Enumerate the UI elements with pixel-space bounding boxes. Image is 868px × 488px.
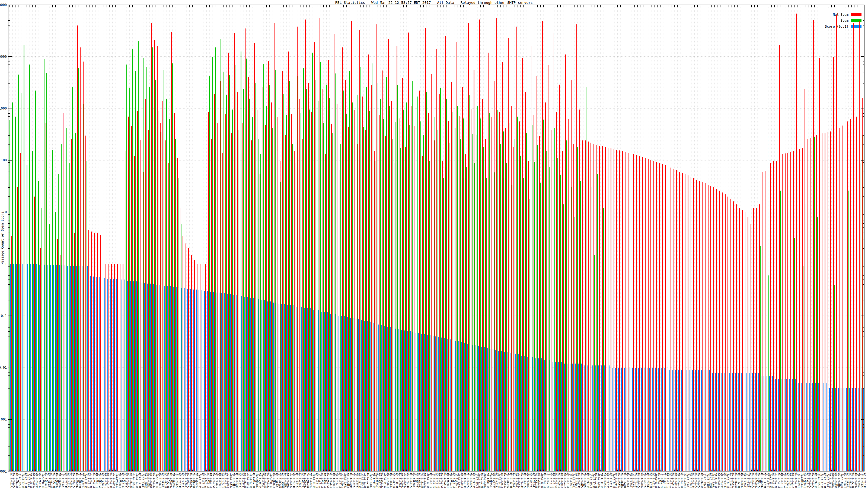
bar-score [253, 298, 254, 471]
bar-not-spam [105, 264, 106, 471]
x-tick-label: 2@2.0.0.0.web.dnsbl.sorbs.net [213, 473, 215, 488]
bar-score [393, 328, 394, 471]
bar-score [607, 365, 608, 471]
bar-score [281, 304, 282, 471]
bar-score [381, 325, 382, 471]
bar-not-spam [719, 191, 720, 471]
bar-score [652, 368, 653, 471]
bar-score [655, 368, 656, 471]
bar-not-spam [482, 99, 483, 471]
bar-not-spam [319, 18, 320, 471]
bar-score [239, 296, 240, 471]
bar-score [361, 320, 362, 471]
bar-not-spam [337, 104, 337, 471]
bar-score [150, 284, 151, 471]
bar-spam [480, 119, 481, 471]
bar-score [244, 297, 245, 471]
x-tick-label: 2@6.2.9.195.spam.spamrats.com [629, 473, 632, 488]
bar-not-spam [325, 154, 326, 471]
bar-spam [489, 113, 490, 471]
bar-spam [552, 189, 553, 471]
bar-spam [383, 119, 384, 471]
bar-spam [446, 99, 447, 471]
x-tick-label: 4@6.2.0.0.ips.backscatterer.org [552, 473, 555, 488]
bar-score [373, 323, 373, 471]
bar-score [575, 364, 576, 471]
bar-score [621, 368, 622, 471]
bar-score [584, 365, 585, 471]
bar-not-spam [785, 154, 785, 471]
bar-spam [303, 68, 304, 471]
x-tick-label: 5@1.1.9.76.zombie.dnsbl.sorbs.net [786, 473, 788, 488]
legend: Not Spam Spam Score (0..1) [825, 10, 865, 29]
bar-score [65, 265, 65, 471]
bar-not-spam [434, 140, 435, 471]
bar-score [96, 277, 97, 471]
x-tick-label: 6@4.4.9.188.all.s5h.net [184, 473, 187, 488]
bar-not-spam [60, 255, 61, 471]
bar-not-spam [819, 58, 820, 471]
bar-score [675, 370, 676, 471]
bar-not-spam [716, 189, 717, 471]
bar-not-spam [862, 98, 863, 471]
bar-score [564, 364, 565, 471]
bar-not-spam [63, 113, 63, 471]
bar-score [247, 297, 248, 471]
bar-score [581, 364, 582, 471]
bar-not-spam [713, 187, 714, 471]
x-tick-label: 7@3.2.11.201.korea.services.net [649, 473, 652, 488]
bar-spam [503, 131, 504, 471]
bar-score [510, 353, 510, 471]
bar-not-spam [825, 133, 826, 471]
bar-score [310, 308, 311, 471]
bar-not-spam [599, 146, 600, 471]
bar-not-spam [571, 80, 571, 471]
bar-score [478, 346, 479, 471]
bar-not-spam [813, 20, 814, 471]
bar-score [553, 362, 553, 471]
bar-not-spam [556, 112, 557, 471]
bar-not-spam [805, 89, 805, 471]
bar-score [216, 293, 216, 471]
bar-score [795, 379, 796, 471]
bar-spam [223, 72, 224, 471]
bar-not-spam [736, 204, 737, 471]
x-tick-label: 2@2.0.0.127.bl.spamcop.net [127, 473, 129, 488]
bar-score [487, 348, 488, 471]
bar-score [290, 305, 291, 471]
bar-spam [249, 99, 250, 471]
bar-score [344, 316, 345, 471]
x-tick-label: 4@4.2.0.103.noptr.spamrats.com [398, 473, 401, 488]
x-tick-label: 2@1.0.0.127.zen.spamhaus.org [10, 473, 12, 488]
bar-spam [72, 87, 73, 471]
x-tick-label: 1@3.1.20.62.db.wpbl.info [176, 473, 178, 488]
bar-score [116, 279, 117, 471]
bar-not-spam [548, 65, 549, 471]
x-tick-label: 2@7.0.81.217.dnsbl.dronebl.org [392, 473, 395, 488]
bar-not-spam [411, 106, 412, 471]
x-tick-label: 1@2.2.4.19.dnsrbl.org [113, 473, 115, 488]
bar-score [130, 281, 131, 471]
bar-score [102, 278, 102, 471]
x-tick-label: 2@2.0.0.127.bl.spamcop.net [13, 473, 15, 488]
bar-not-spam [143, 172, 144, 471]
bar-not-spam [162, 101, 163, 471]
x-tick-label: 4@6.2.0.0.ips.backscatterer.org [666, 473, 669, 488]
bar-spam [460, 139, 461, 471]
bar-score [838, 388, 839, 471]
bar-not-spam [114, 264, 115, 471]
bar-score [198, 290, 199, 471]
bar-spam [326, 85, 327, 471]
bar-spam [129, 88, 130, 471]
bar-score [70, 266, 71, 471]
bar-not-spam [485, 139, 486, 471]
bar-spam [152, 47, 153, 471]
bar-not-spam [340, 170, 340, 471]
bar-spam [406, 102, 407, 471]
bar-spam [397, 85, 398, 471]
bar-spam [87, 161, 87, 471]
bar-score [735, 373, 736, 471]
hop-count-label: 1 hop [51, 479, 60, 483]
bar-not-spam [525, 92, 526, 471]
bar-not-spam [682, 173, 683, 471]
